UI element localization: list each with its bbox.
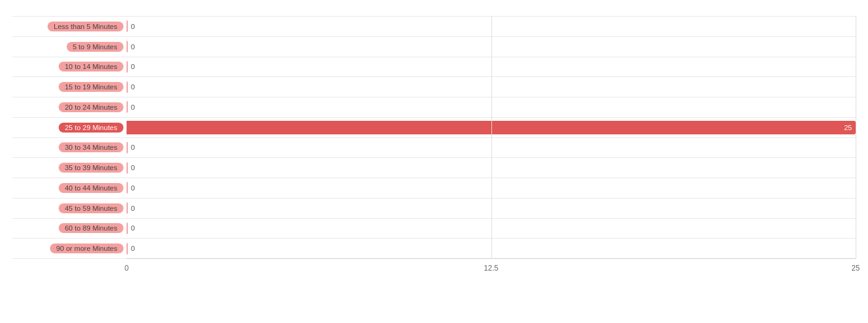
bar-fill <box>127 182 128 194</box>
bar-label-pill: 40 to 44 Minutes <box>59 183 123 193</box>
bar-row: 45 to 59 Minutes0 <box>12 198 856 219</box>
bar-value-highlighted: 25 <box>840 123 856 132</box>
bar-label-pill: 35 to 39 Minutes <box>59 163 123 173</box>
bar-label-pill: 10 to 14 Minutes <box>59 62 123 72</box>
bar-label: 40 to 44 Minutes <box>12 183 127 193</box>
bar-fill <box>127 202 128 214</box>
bar-label-pill: 30 to 34 Minutes <box>59 142 123 152</box>
bar-label-pill: 20 to 24 Minutes <box>59 102 123 112</box>
bar-fill <box>127 162 128 174</box>
bar-value: 0 <box>131 184 135 192</box>
bar-fill <box>127 142 128 153</box>
bar-label-pill: 25 to 29 Minutes <box>59 123 123 133</box>
bar-value: 0 <box>131 23 135 30</box>
x-tick: 0 <box>125 264 129 272</box>
bar-value: 0 <box>131 224 135 232</box>
bar-fill <box>127 20 128 32</box>
bar-fill <box>127 81 128 93</box>
bar-row: Less than 5 Minutes0 <box>12 16 856 37</box>
bar-row: 25 to 29 Minutes25 <box>12 118 856 138</box>
bar-value: 0 <box>131 144 135 151</box>
bar-value: 0 <box>131 43 135 51</box>
bar-label-pill: 45 to 59 Minutes <box>59 203 123 213</box>
bar-label: 60 to 89 Minutes <box>12 223 127 233</box>
bar-fill <box>127 61 128 73</box>
bar-value: 0 <box>131 83 135 91</box>
bar-fill <box>127 243 128 255</box>
x-tick: 25 <box>851 264 859 272</box>
bars-section: Less than 5 Minutes05 to 9 Minutes010 to… <box>12 16 856 259</box>
x-tick: 12.5 <box>484 264 498 272</box>
bar-fill <box>127 41 128 52</box>
bar-label-pill: 90 or more Minutes <box>50 243 123 253</box>
bar-row: 15 to 19 Minutes0 <box>12 77 856 97</box>
bar-row: 30 to 34 Minutes0 <box>12 138 856 158</box>
bar-row: 10 to 14 Minutes0 <box>12 57 856 78</box>
bar-value: 0 <box>131 104 135 111</box>
bar-row: 60 to 89 Minutes0 <box>12 219 856 239</box>
bar-label-pill: Less than 5 Minutes <box>48 22 123 31</box>
bar-label: 10 to 14 Minutes <box>12 62 127 72</box>
bar-row: 20 to 24 Minutes0 <box>12 97 856 118</box>
bar-value: 0 <box>131 205 135 212</box>
grid-line <box>491 16 492 259</box>
bar-fill <box>127 101 128 113</box>
bar-row: 90 or more Minutes0 <box>12 239 856 259</box>
bar-label: 5 to 9 Minutes <box>12 42 127 52</box>
bar-row: 35 to 39 Minutes0 <box>12 158 856 178</box>
bar-label-pill: 5 to 9 Minutes <box>67 42 123 52</box>
bar-label: 90 or more Minutes <box>12 243 127 253</box>
bar-value: 0 <box>131 164 135 171</box>
bar-row: 5 to 9 Minutes0 <box>12 37 856 57</box>
chart-area: Less than 5 Minutes05 to 9 Minutes010 to… <box>12 16 856 277</box>
bar-label: 25 to 29 Minutes <box>12 123 127 133</box>
bar-label: 15 to 19 Minutes <box>12 82 127 92</box>
bar-label: Less than 5 Minutes <box>12 22 127 31</box>
bar-label-pill: 60 to 89 Minutes <box>59 223 123 233</box>
bar-value: 0 <box>131 245 135 252</box>
bar-label: 45 to 59 Minutes <box>12 203 127 213</box>
grid-line <box>856 16 856 259</box>
bar-label: 30 to 34 Minutes <box>12 142 127 152</box>
bar-label-pill: 15 to 19 Minutes <box>59 82 123 92</box>
bar-row: 40 to 44 Minutes0 <box>12 178 856 198</box>
chart-container: Less than 5 Minutes05 to 9 Minutes010 to… <box>0 0 868 323</box>
bar-value: 0 <box>131 63 135 70</box>
bar-fill <box>127 223 128 234</box>
x-axis: 012.525 <box>127 259 856 277</box>
bar-label: 20 to 24 Minutes <box>12 102 127 112</box>
bar-label: 35 to 39 Minutes <box>12 163 127 173</box>
